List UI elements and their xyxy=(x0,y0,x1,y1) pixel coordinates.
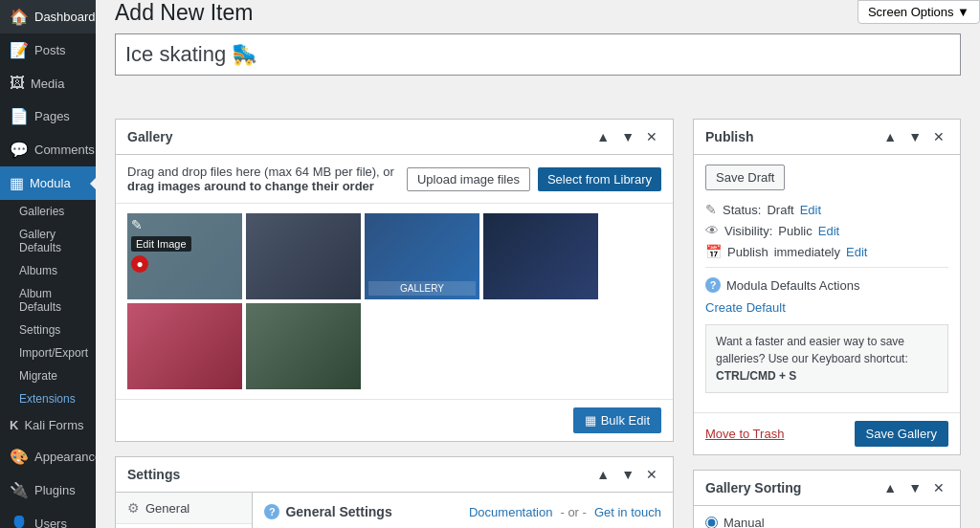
sorting-collapse-up-button[interactable]: ▲ xyxy=(880,478,901,497)
edit-image-badge: Edit Image xyxy=(131,236,191,252)
sidebar-item-users[interactable]: 👤 Users xyxy=(0,507,96,528)
publish-close-button[interactable]: ✕ xyxy=(929,127,948,146)
gallery-image-overlay: ✎ Edit Image ● xyxy=(127,213,242,299)
bulk-edit-label: Bulk Edit xyxy=(601,413,650,428)
sidebar-sub-migrate[interactable]: Migrate xyxy=(0,364,96,387)
publish-time-row: 📅 Publish immediately Edit xyxy=(705,244,948,259)
publish-label: Publish xyxy=(727,245,768,259)
dashboard-icon: 🏠 xyxy=(10,8,29,26)
gallery-image-item[interactable] xyxy=(246,213,361,299)
bulk-edit-button[interactable]: ▦ Bulk Edit xyxy=(573,407,661,433)
gallery-images-grid: ✎ Edit Image ● GALLERY xyxy=(116,204,673,399)
sidebar-sub-galleries[interactable]: Galleries xyxy=(0,200,96,223)
settings-title: Settings xyxy=(127,467,180,482)
sidebar-item-comments[interactable]: 💬 Comments xyxy=(0,133,96,166)
sorting-controls: ▲ ▼ ✕ xyxy=(880,478,948,497)
upload-image-files-button[interactable]: Upload image files xyxy=(407,167,530,191)
immediately-edit-link[interactable]: Edit xyxy=(846,245,867,259)
remove-image-button[interactable]: ● xyxy=(131,255,148,273)
settings-close-button[interactable]: ✕ xyxy=(642,465,661,484)
publish-collapse-up-button[interactable]: ▲ xyxy=(880,127,901,146)
gallery-image-item[interactable]: GALLERY xyxy=(365,213,479,299)
save-draft-button[interactable]: Save Draft xyxy=(705,165,785,190)
sorting-collapse-down-button[interactable]: ▼ xyxy=(904,478,925,497)
comments-icon: 💬 xyxy=(10,141,29,159)
modula-icon: ▦ xyxy=(10,174,24,192)
modula-defaults-help-icon[interactable]: ? xyxy=(705,277,721,293)
gallery-controls: ▲ ▼ ✕ xyxy=(592,127,661,146)
settings-tab-general[interactable]: ⚙ General xyxy=(116,493,252,524)
create-default-link[interactable]: Create Default xyxy=(705,300,948,315)
settings-content: ? General Settings Documentation - or - … xyxy=(253,493,673,528)
settings-collapse-down-button[interactable]: ▼ xyxy=(617,465,638,484)
sidebar-item-posts[interactable]: 📝 Posts xyxy=(0,33,96,67)
move-to-trash-button[interactable]: Move to Trash xyxy=(705,427,784,441)
main-inner: Gallery ▲ ▼ ✕ Drag and drop files here (… xyxy=(96,99,980,528)
settings-section-header: ? General Settings Documentation - or - … xyxy=(264,504,661,519)
select-from-library-button[interactable]: Select from Library xyxy=(538,167,661,191)
sidebar-item-appearance[interactable]: 🎨 Appearance xyxy=(0,440,96,473)
gallery-image-item[interactable]: ✎ Edit Image ● xyxy=(127,213,242,299)
publish-meta: ? Modula Defaults Actions Create Default… xyxy=(705,267,948,393)
sidebar-item-dashboard[interactable]: 🏠 Dashboard xyxy=(0,0,96,33)
sorting-title: Gallery Sorting xyxy=(705,480,801,495)
gallery-image-item[interactable] xyxy=(127,303,242,389)
visibility-edit-link[interactable]: Edit xyxy=(818,224,839,238)
sidebar-sub-settings[interactable]: Settings xyxy=(0,319,96,341)
sidebar-sub-import-export[interactable]: Import/Export xyxy=(0,341,96,364)
publish-collapse-down-button[interactable]: ▼ xyxy=(904,127,925,146)
documentation-link[interactable]: Documentation xyxy=(469,505,552,519)
modula-defaults-row: ? Modula Defaults Actions xyxy=(705,277,948,293)
gallery-collapse-up-button[interactable]: ▲ xyxy=(592,127,613,146)
sorting-radio-manual[interactable] xyxy=(705,517,718,528)
keyboard-hint: Want a faster and easier way to save gal… xyxy=(705,324,948,393)
status-value: Draft xyxy=(767,203,793,217)
sorting-body: Manual Date created - newest first Date … xyxy=(694,506,960,528)
sidebar-item-label: Posts xyxy=(34,43,66,57)
sidebar-item-label: Dashboard xyxy=(34,10,96,24)
item-title-input[interactable] xyxy=(115,33,961,76)
sidebar-item-modula[interactable]: ▦ Modula xyxy=(0,166,96,200)
sorting-close-button[interactable]: ✕ xyxy=(929,478,948,497)
sidebar-item-plugins[interactable]: 🔌 Plugins xyxy=(0,473,96,507)
sidebar-item-kali-forms[interactable]: K Kali Forms xyxy=(0,410,96,440)
main-content: Screen Options ▼ Add New Item Gallery ▲ … xyxy=(96,0,980,528)
screen-options-button[interactable]: Screen Options ▼ xyxy=(858,0,980,24)
status-edit-link[interactable]: Edit xyxy=(800,203,821,217)
settings-tabs: ⚙ General 🔗 Lightbox & Links ▼ Filters xyxy=(116,493,253,528)
settings-tab-lightbox[interactable]: 🔗 Lightbox & Links xyxy=(116,524,252,528)
settings-controls: ▲ ▼ ✕ xyxy=(592,465,661,484)
plugins-icon: 🔌 xyxy=(10,481,29,499)
settings-tab-label: General xyxy=(145,501,189,516)
gallery-image-item[interactable] xyxy=(246,303,361,389)
sidebar: 🏠 Dashboard 📝 Posts 🖼 Media 📄 Pages 💬 Co… xyxy=(0,0,96,528)
publish-header: Publish ▲ ▼ ✕ xyxy=(694,120,960,155)
status-icon: ✎ xyxy=(705,202,717,217)
sidebar-item-label: Users xyxy=(34,517,67,528)
modula-defaults-label: Modula Defaults Actions xyxy=(726,278,859,293)
get-in-touch-link[interactable]: Get in touch xyxy=(594,505,661,519)
sidebar-sub-extensions[interactable]: Extensions xyxy=(0,387,96,410)
gallery-collapse-down-button[interactable]: ▼ xyxy=(617,127,638,146)
gallery-metabox: Gallery ▲ ▼ ✕ Drag and drop files here (… xyxy=(115,119,674,442)
sidebar-item-pages[interactable]: 📄 Pages xyxy=(0,99,96,133)
save-gallery-button[interactable]: Save Gallery xyxy=(855,421,948,447)
help-icon[interactable]: ? xyxy=(264,504,279,519)
sidebar-sub-gallery-defaults[interactable]: Gallery Defaults xyxy=(0,223,96,259)
gallery-upload-buttons: Upload image files Select from Library xyxy=(407,167,661,191)
sidebar-item-label: Appearance xyxy=(34,450,96,464)
sidebar-item-label: Kali Forms xyxy=(24,418,83,432)
pages-icon: 📄 xyxy=(10,107,29,125)
page-title: Add New Item xyxy=(115,0,961,26)
sorting-option-manual: Manual xyxy=(705,516,948,528)
sidebar-item-media[interactable]: 🖼 Media xyxy=(0,67,96,99)
sidebar-sub-album-defaults[interactable]: Album Defaults xyxy=(0,282,96,319)
settings-divider: - or - xyxy=(560,505,586,519)
settings-collapse-up-button[interactable]: ▲ xyxy=(592,465,613,484)
publish-footer: Move to Trash Save Gallery xyxy=(694,412,960,454)
users-icon: 👤 xyxy=(10,515,29,528)
gallery-image-item[interactable] xyxy=(483,213,598,299)
sidebar-sub-albums[interactable]: Albums xyxy=(0,259,96,282)
gallery-close-button[interactable]: ✕ xyxy=(642,127,661,146)
general-tab-icon: ⚙ xyxy=(127,500,140,516)
